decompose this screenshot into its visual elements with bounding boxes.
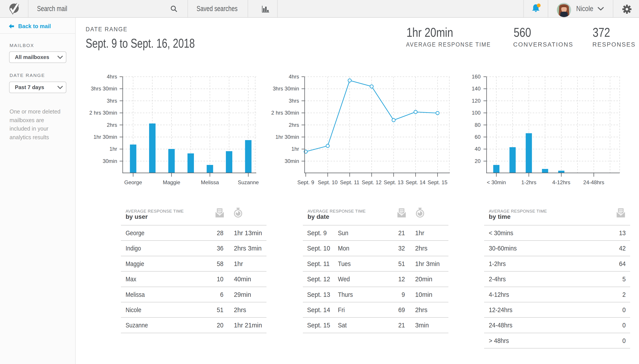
svg-text:30min: 30min (285, 158, 299, 164)
svg-text:Sept. 13: Sept. 13 (384, 179, 403, 185)
svg-text:160: 160 (472, 74, 481, 80)
svg-text:2 hrs 30min: 2 hrs 30min (271, 110, 299, 116)
svg-text:80: 80 (475, 122, 481, 128)
svg-text:140: 140 (472, 86, 481, 92)
svg-text:24-48hrs: 24-48hrs (583, 179, 604, 185)
svg-text:Maggie: Maggie (163, 179, 180, 185)
svg-text:4-12hrs: 4-12hrs (552, 179, 570, 185)
svg-text:Sept. 9: Sept. 9 (297, 179, 314, 185)
svg-text:Sept. 10: Sept. 10 (318, 179, 338, 185)
svg-text:30min: 30min (103, 158, 117, 164)
svg-text:20: 20 (475, 158, 481, 164)
svg-text:Melissa: Melissa (201, 179, 219, 185)
svg-text:3hrs 30min: 3hrs 30min (273, 86, 299, 92)
svg-text:Sept. 14: Sept. 14 (406, 179, 425, 185)
svg-text:120: 120 (472, 98, 481, 104)
svg-text:4hrs: 4hrs (107, 74, 117, 80)
svg-text:1-2hrs: 1-2hrs (521, 179, 536, 185)
svg-text:100: 100 (472, 110, 481, 116)
svg-text:< 30min: < 30min (487, 179, 506, 185)
svg-text:3hrs: 3hrs (289, 98, 299, 104)
svg-text:60: 60 (475, 134, 481, 140)
svg-text:Sept. 11: Sept. 11 (340, 179, 360, 185)
svg-text:Sept. 15: Sept. 15 (428, 179, 447, 185)
svg-text:Sept. 12: Sept. 12 (362, 179, 381, 185)
svg-text:George: George (124, 179, 142, 185)
svg-text:2hrs: 2hrs (289, 122, 299, 128)
svg-text:4hrs: 4hrs (289, 74, 299, 80)
svg-text:3hrs 30min: 3hrs 30min (91, 86, 117, 92)
svg-text:1hr: 1hr (291, 146, 299, 152)
svg-text:1hr: 1hr (109, 146, 117, 152)
svg-text:1hr 30min: 1hr 30min (275, 134, 299, 140)
svg-text:2hrs: 2hrs (107, 122, 117, 128)
svg-text:40: 40 (475, 146, 481, 152)
svg-text:1hr 30min: 1hr 30min (93, 134, 117, 140)
svg-text:Suzanne: Suzanne (238, 179, 259, 185)
svg-text:3hrs: 3hrs (107, 98, 117, 104)
svg-text:2 hrs 30min: 2 hrs 30min (89, 110, 117, 116)
